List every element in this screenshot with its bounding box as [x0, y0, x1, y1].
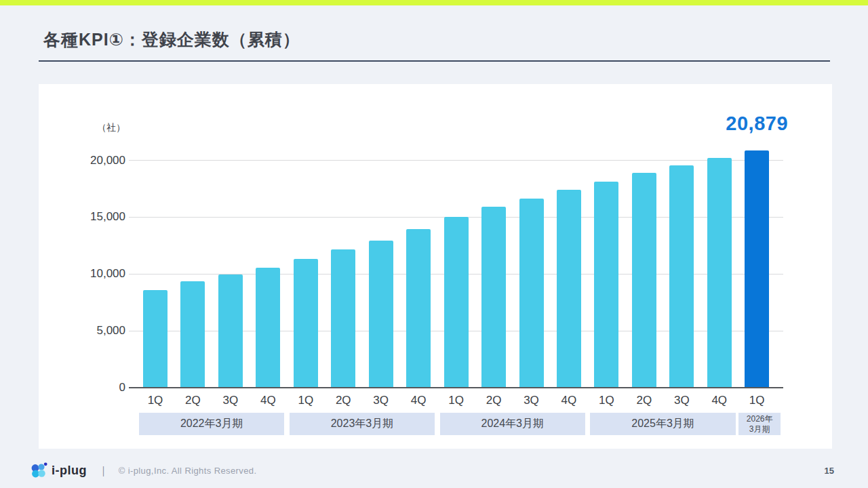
fiscal-year-band: 2023年3月期 [290, 413, 435, 435]
y-tick-label: 10,000 [51, 267, 125, 281]
chart: （社） 20,879 05,00010,00015,00020,0001Q2Q3… [39, 84, 832, 449]
top-accent-bar [0, 0, 868, 5]
bar [180, 281, 205, 388]
bar [406, 229, 431, 388]
bar [294, 259, 318, 388]
x-tick-label: 3Q [517, 394, 547, 407]
x-tick-label: 4Q [705, 394, 734, 407]
bar [481, 207, 506, 388]
y-tick-label: 20,000 [51, 154, 125, 167]
y-axis-unit-label: （社） [51, 122, 125, 134]
x-tick-label: 4Q [554, 394, 584, 407]
x-tick-label: 1Q [441, 394, 471, 407]
fiscal-year-band: 2026年 3月期 [738, 413, 781, 435]
fiscal-year-band: 2022年3月期 [139, 413, 284, 435]
bar [519, 199, 544, 388]
x-tick-label: 2Q [479, 394, 509, 407]
x-tick-label: 4Q [403, 394, 433, 407]
bar [632, 173, 656, 388]
fiscal-year-band: 2025年3月期 [590, 413, 735, 435]
x-tick-label: 1Q [140, 394, 170, 407]
x-tick-label: 2Q [328, 394, 358, 407]
x-tick-label: 2Q [178, 394, 208, 407]
x-tick-label: 2Q [629, 394, 659, 407]
copyright-text: © i-plug,Inc. All Rights Reserved. [119, 466, 257, 476]
x-tick-label: 1Q [291, 394, 321, 407]
bar-highlighted [745, 150, 769, 388]
chart-card: （社） 20,879 05,00010,00015,00020,0001Q2Q3… [39, 84, 832, 449]
title-divider [39, 60, 830, 62]
bar [444, 217, 469, 388]
footer: i-plug ｜ © i-plug,Inc. All Rights Reserv… [30, 457, 257, 484]
x-tick-label: 4Q [253, 394, 283, 407]
gridline [129, 160, 783, 161]
x-axis-line [129, 387, 783, 388]
fiscal-year-band: 2024年3月期 [440, 413, 585, 435]
x-tick-label: 3Q [667, 394, 696, 407]
y-tick-label: 0 [51, 381, 125, 394]
bar [143, 290, 167, 388]
bar [331, 249, 355, 388]
i-plug-logo-icon [30, 462, 48, 480]
value-callout: 20,879 [703, 113, 811, 135]
logo-wordmark: i-plug [52, 464, 87, 478]
bar [707, 158, 732, 388]
y-tick-label: 5,000 [51, 324, 125, 338]
bar [669, 165, 694, 388]
bar [369, 241, 393, 388]
x-tick-label: 3Q [366, 394, 396, 407]
x-tick-label: 1Q [591, 394, 621, 407]
bar [594, 182, 618, 388]
page-title: 各種KPI①：登録企業数（累積） [43, 28, 300, 51]
page-number: 15 [825, 466, 834, 476]
bar [218, 274, 243, 388]
x-tick-label: 3Q [216, 394, 245, 407]
footer-separator: ｜ [98, 464, 108, 477]
bar [256, 268, 280, 388]
x-tick-label: 1Q [742, 394, 772, 407]
bar [557, 190, 581, 388]
y-tick-label: 15,000 [51, 210, 125, 224]
